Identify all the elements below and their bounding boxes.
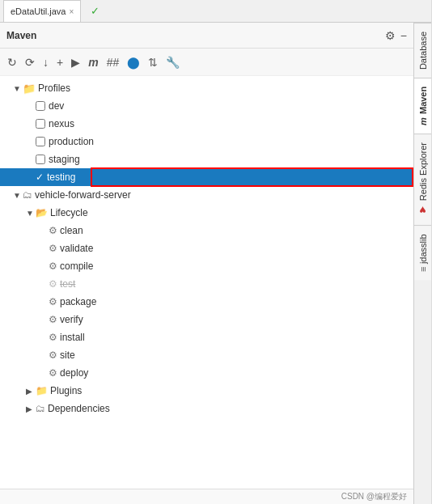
gear-package-icon: ⚙: [49, 296, 57, 307]
deploy-label: deploy: [60, 367, 88, 379]
gear-test-icon: ⚙: [49, 278, 57, 290]
tree-item-production[interactable]: production: [0, 133, 413, 150]
production-label: production: [49, 136, 94, 147]
download-btn[interactable]: ↓: [40, 54, 51, 70]
tree-item-validate[interactable]: ⚙ validate: [0, 239, 413, 257]
tab-label: eDataUtil.java: [11, 6, 66, 16]
tree-item-testing[interactable]: ✓ testing: [0, 168, 413, 186]
deps-folder-icon: 🗂: [36, 403, 45, 414]
sort-btn[interactable]: ⇅: [146, 54, 160, 70]
tree-item-site[interactable]: ⚙ site: [0, 346, 413, 364]
profiles-folder-icon: 📁: [23, 83, 36, 95]
sidebar-tab-database[interactable]: Database: [414, 23, 431, 78]
refresh-btn[interactable]: ↻: [5, 54, 19, 70]
sidebar-tab-maven[interactable]: m Maven: [414, 78, 431, 133]
gear-install-icon: ⚙: [49, 332, 57, 343]
expand-deps-icon: ▶: [26, 404, 34, 413]
gear-compile-icon: ⚙: [49, 260, 57, 272]
gear-clean-icon: ⚙: [49, 225, 57, 236]
testing-label: testing: [47, 172, 75, 183]
tab-bar: eDataUtil.java × ✓: [0, 0, 431, 23]
testing-row-wrapper: ✓ testing: [0, 168, 413, 186]
lifecycle-folder-icon: 📂: [36, 207, 48, 218]
install-label: install: [60, 332, 85, 343]
run-btn[interactable]: ▶: [69, 54, 83, 70]
checkbox-staging[interactable]: [36, 155, 45, 164]
maven-toolbar: ↻ ⟳ ↓ + ▶ m ## ⬤ ⇅ 🔧: [0, 49, 413, 76]
profiles-label: Profiles: [38, 83, 70, 94]
file-tab[interactable]: eDataUtil.java ×: [3, 0, 81, 22]
checkbox-production[interactable]: [36, 137, 45, 146]
verify-label: verify: [60, 314, 83, 325]
tree-item-clean[interactable]: ⚙ clean: [0, 222, 413, 239]
tree-item-dev[interactable]: dev: [0, 97, 413, 115]
expand-vehicle-icon: ▼: [13, 191, 21, 200]
maven-header-icons: ⚙ −: [385, 29, 407, 42]
gear-verify-icon: ⚙: [49, 314, 57, 325]
add-btn[interactable]: +: [54, 54, 66, 70]
tree-item-lifecycle[interactable]: ▼ 📂 Lifecycle: [0, 204, 413, 222]
expand-lifecycle-icon: ▼: [26, 209, 34, 218]
vehicle-label: vehicle-forward-server: [35, 189, 131, 201]
check-icon-testing: ✓: [36, 172, 44, 183]
jdasslib-icon: ≡: [418, 267, 428, 272]
maven-tab-label: Maven: [418, 87, 428, 114]
lifecycle-label: Lifecycle: [50, 207, 88, 218]
check-mark: ✓: [91, 5, 100, 17]
bottom-text: CSDN @编程爱好: [341, 492, 407, 501]
tree-item-verify[interactable]: ⚙ verify: [0, 311, 413, 328]
dev-label: dev: [49, 100, 64, 112]
redis-icon: ♥: [417, 204, 430, 217]
gear-validate-icon: ⚙: [49, 243, 57, 254]
project-icon: 🗂: [23, 189, 32, 201]
expand-plugins-icon: ▶: [26, 387, 34, 396]
maven-header: Maven ⚙ −: [0, 23, 413, 49]
clean-label: clean: [60, 225, 83, 236]
reimport-btn[interactable]: ⟳: [23, 54, 37, 70]
right-sidebar: Database m Maven ♥ Redis Explorer ≡ jdas…: [413, 23, 431, 504]
tree-item-deploy[interactable]: ⚙ deploy: [0, 364, 413, 382]
tree-item-package[interactable]: ⚙ package: [0, 293, 413, 311]
plugins-label: Plugins: [50, 385, 82, 396]
sidebar-tab-redis[interactable]: ♥ Redis Explorer: [414, 133, 431, 225]
bottom-bar: CSDN @编程爱好: [0, 489, 413, 504]
maven-panel: Maven ⚙ − ↻ ⟳ ↓ + ▶ m ## ⬤ ⇅ 🔧: [0, 23, 413, 504]
gear-btn[interactable]: 🔧: [163, 54, 182, 70]
toggle-btn[interactable]: ##: [104, 54, 122, 70]
active-btn[interactable]: ⬤: [125, 54, 142, 70]
jdasslib-tab-label: jdasslib: [418, 234, 428, 264]
maven-tree: ▼ 📁 Profiles dev nexus: [0, 76, 413, 489]
test-label: test: [60, 278, 75, 290]
minimize-icon[interactable]: −: [400, 29, 407, 42]
checkbox-nexus[interactable]: [36, 119, 45, 129]
tab-close-icon[interactable]: ×: [69, 7, 74, 16]
expand-profiles-icon: ▼: [13, 84, 21, 93]
tree-item-staging[interactable]: staging: [0, 150, 413, 168]
sidebar-tab-jdasslib[interactable]: ≡ jdasslib: [414, 225, 431, 280]
staging-label: staging: [49, 154, 80, 165]
gear-site-icon: ⚙: [49, 349, 57, 361]
tree-item-install[interactable]: ⚙ install: [0, 328, 413, 346]
checkbox-dev[interactable]: [36, 101, 45, 111]
site-label: site: [60, 349, 75, 361]
maven-title: Maven: [6, 30, 36, 41]
maven-btn[interactable]: m: [86, 54, 100, 70]
tree-item-vehicle[interactable]: ▼ 🗂 vehicle-forward-server: [0, 186, 413, 204]
maven-tab-icon: m: [418, 117, 428, 125]
compile-label: compile: [60, 260, 93, 272]
nexus-label: nexus: [49, 118, 74, 129]
settings-icon[interactable]: ⚙: [385, 29, 396, 42]
database-tab-label: Database: [418, 32, 428, 70]
package-label: package: [60, 296, 96, 307]
validate-label: validate: [60, 243, 93, 254]
tree-item-nexus[interactable]: nexus: [0, 115, 413, 133]
tree-item-plugins[interactable]: ▶ 📁 Plugins: [0, 382, 413, 400]
tree-item-test[interactable]: ⚙ test: [0, 275, 413, 293]
gear-deploy-icon: ⚙: [49, 367, 57, 379]
redis-tab-label: Redis Explorer: [418, 142, 428, 201]
plugins-folder-icon: 📁: [36, 385, 48, 396]
dependencies-label: Dependencies: [48, 403, 110, 414]
tree-item-compile[interactable]: ⚙ compile: [0, 257, 413, 275]
tree-item-dependencies[interactable]: ▶ 🗂 Dependencies: [0, 400, 413, 417]
profiles-node[interactable]: ▼ 📁 Profiles: [0, 79, 413, 97]
